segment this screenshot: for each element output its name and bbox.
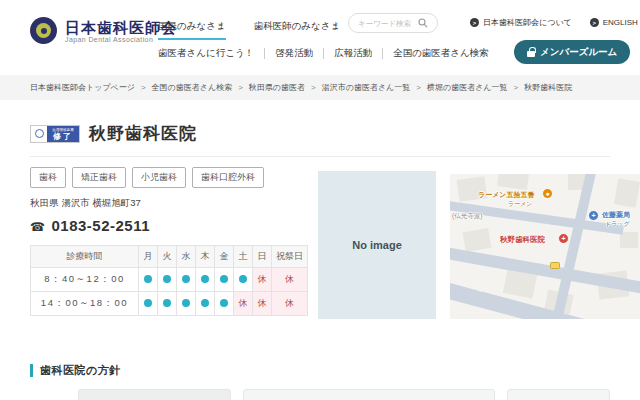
schedule-header-cell: 木 (196, 246, 215, 268)
breadcrumb-item[interactable]: 日本歯科医師会トップページ (30, 82, 135, 93)
office-hours-table: 診療時間月火水木金土日祝祭日8：40～12：00休休14：00～18：00休休休 (30, 245, 308, 316)
map-building (620, 232, 638, 248)
schedule-header-cell: 土 (234, 246, 253, 268)
search-box[interactable] (348, 13, 438, 33)
tag-oral-surgery: 歯科口腔外科 (192, 167, 264, 188)
no-image-placeholder: No image (318, 171, 436, 319)
phone-icon (30, 217, 45, 234)
map-building (497, 174, 529, 190)
restaurant-poi-icon: ● (542, 188, 553, 199)
open-dot-icon (144, 275, 152, 283)
site-header: 日本歯科医師会 Japan Dental Association 国民のみなさま… (0, 0, 640, 75)
schedule-open-cell (177, 292, 196, 316)
schedule-closed-cell: 休 (272, 292, 308, 316)
breadcrumb-separator: > (311, 83, 316, 92)
schedule-row: 8：40～12：00休休 (31, 268, 308, 292)
utility-links: 日本歯科医師会について ENGLISH (470, 17, 638, 28)
open-dot-icon (220, 299, 228, 307)
schedule-header-cell: 月 (139, 246, 158, 268)
open-dot-icon (220, 275, 228, 283)
schedule-closed-cell: 休 (234, 292, 253, 316)
schedule-row: 14：00～18：00休休休 (31, 292, 308, 316)
clipped-content-row (78, 389, 610, 400)
breadcrumb-separator: > (416, 83, 421, 92)
secondary-nav: 歯医者さんに行こう！ 啓発活動 広報活動 全国の歯医者さん検索 (158, 47, 489, 60)
department-tags: 歯科 矯正歯科 小児歯科 歯科口腔外科 (30, 167, 315, 188)
open-dot-icon (201, 275, 209, 283)
open-dot-icon (163, 299, 171, 307)
schedule-header-cell: 祝祭日 (272, 246, 308, 268)
map-label-ramen: ラーメン五拾五番 (478, 190, 535, 200)
schedule-open-cell (139, 292, 158, 316)
heading-accent-bar (30, 364, 33, 377)
primary-nav: 国民のみなさま 歯科医師のみなさま (158, 20, 340, 40)
schedule-time-cell: 8：40～12：00 (31, 268, 139, 292)
breadcrumb-item[interactable]: 横堀の歯医者さん一覧 (427, 82, 508, 93)
jda-emblem-icon (30, 17, 57, 44)
open-dot-icon (163, 275, 171, 283)
open-dot-icon (182, 275, 190, 283)
map-label-ramen-sub: ラーメン (508, 200, 532, 209)
schedule-closed-cell: 休 (272, 268, 308, 292)
breadcrumb-separator: > (514, 83, 519, 92)
breadcrumb-separator: > (238, 83, 243, 92)
page-title: 秋野歯科医院 (89, 122, 197, 145)
schedule-open-cell (234, 268, 253, 292)
nav-awareness[interactable]: 啓発活動 (275, 47, 313, 60)
open-dot-icon (182, 299, 190, 307)
clipped-card (507, 389, 610, 400)
main-content: 生涯研修事業 修了 秋野歯科医院 歯科 矯正歯科 小児歯科 歯科口腔外科 秋田県… (0, 122, 640, 400)
schedule-open-cell (215, 268, 234, 292)
map[interactable]: (仏光寺派) ラーメン五拾五番 ラーメン ● 佐藤薬局 ドラッグ + 秋野歯科医… (450, 174, 640, 319)
schedule-header-cell: 診療時間 (31, 246, 139, 268)
clinic-title-row: 生涯研修事業 修了 秋野歯科医院 (30, 122, 610, 145)
map-label-temple: (仏光寺派) (452, 212, 482, 221)
schedule-open-cell (158, 292, 177, 316)
schedule-open-cell (177, 268, 196, 292)
map-road (549, 174, 598, 319)
link-english[interactable]: ENGLISH (590, 17, 638, 28)
open-dot-icon (239, 275, 247, 283)
schedule-closed-cell: 休 (253, 268, 272, 292)
site-logo[interactable]: 日本歯科医師会 Japan Dental Association (30, 17, 177, 44)
arrow-circle-icon (590, 18, 599, 27)
pharmacy-poi-icon: + (588, 210, 599, 221)
nav-public-relations[interactable]: 広報活動 (334, 47, 372, 60)
nav-separator (382, 48, 383, 59)
map-label-clinic: 秋野歯科医院 (500, 235, 545, 245)
schedule-open-cell (158, 268, 177, 292)
map-label-pharmacy: 佐藤薬局 (602, 210, 630, 220)
policy-section-heading: 歯科医院の方針 (30, 363, 610, 378)
link-about-jda[interactable]: 日本歯科医師会について (470, 17, 572, 28)
search-input[interactable] (358, 19, 418, 28)
nav-dentist-search[interactable]: 全国の歯医者さん検索 (393, 47, 489, 60)
tag-orthodontics: 矯正歯科 (72, 167, 126, 188)
nav-dentists[interactable]: 歯科医師のみなさま (254, 20, 341, 40)
open-dot-icon (144, 299, 152, 307)
schedule-header-cell: 火 (158, 246, 177, 268)
breadcrumb-item[interactable]: 湯沢市の歯医者さん一覧 (322, 82, 411, 93)
breadcrumb: 日本歯科医師会トップページ > 全国の歯医者さん検索 > 秋田県の歯医者 > 湯… (0, 75, 640, 100)
tag-dentistry: 歯科 (30, 167, 66, 188)
schedule-open-cell (215, 292, 234, 316)
members-room-button[interactable]: メンバーズルーム (514, 40, 630, 64)
schedule-open-cell (139, 268, 158, 292)
open-dot-icon (201, 299, 209, 307)
lock-icon (527, 51, 535, 57)
breadcrumb-item-current: 秋野歯科医院 (524, 82, 572, 93)
nav-separator (323, 48, 324, 59)
nav-citizens[interactable]: 国民のみなさま (158, 20, 226, 40)
clipped-card (78, 389, 231, 400)
search-icon[interactable] (418, 18, 428, 28)
breadcrumb-item[interactable]: 秋田県の歯医者 (249, 82, 305, 93)
nav-go-to-dentist[interactable]: 歯医者さんに行こう！ (158, 47, 254, 60)
clinic-poi-icon: + (558, 233, 569, 244)
breadcrumb-item[interactable]: 全国の歯医者さん検索 (152, 82, 233, 93)
clipped-card (243, 389, 495, 400)
page: 日本歯科医師会 Japan Dental Association 国民のみなさま… (0, 0, 640, 400)
map-building (614, 178, 640, 207)
schedule-header-cell: 水 (177, 246, 196, 268)
badge-emblem-icon (35, 129, 44, 138)
clinic-address: 秋田県 湯沢市 横堀旭町37 (30, 197, 315, 210)
tag-pediatric: 小児歯科 (132, 167, 186, 188)
